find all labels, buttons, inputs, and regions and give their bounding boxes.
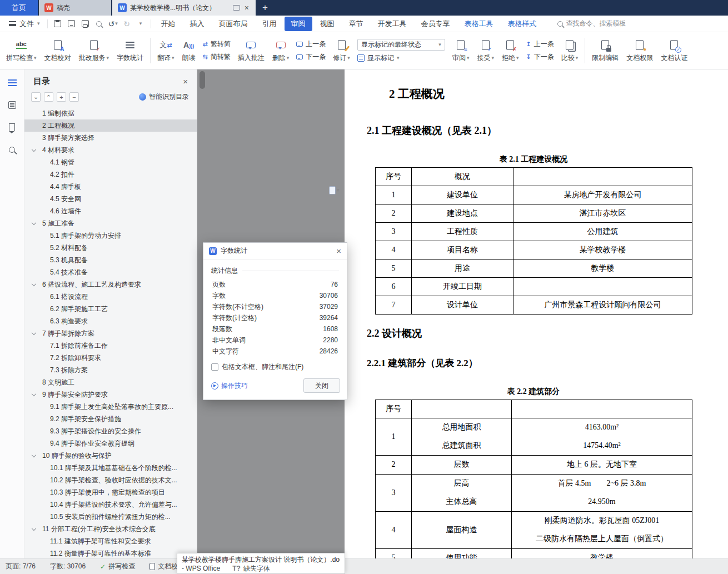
toc-item[interactable]: 9.4 脚手架作业安全教育提纲	[24, 437, 197, 450]
delete-comment-button[interactable]: 删除▾	[268, 37, 293, 65]
toc-item[interactable]: 10.1 脚手架及其地基基础在各个阶段的检...	[24, 462, 197, 474]
missing-font-indicator[interactable]: T?缺失字体	[232, 564, 270, 573]
tab-page-layout[interactable]: 页面布局	[212, 17, 255, 31]
chapter-icon[interactable]	[7, 99, 18, 111]
file-menu-button[interactable]: 文件 ▾	[4, 19, 44, 29]
output-pdf-icon[interactable]	[64, 18, 78, 30]
new-tab-button[interactable]: +	[256, 0, 275, 16]
word-count-indicator[interactable]: 字数: 30706	[50, 562, 86, 571]
grading-service-button[interactable]: ✓ 批改服务▾	[75, 37, 113, 65]
page-indicator[interactable]: 页面: 7/76	[6, 562, 36, 571]
chevron-down-icon[interactable]	[32, 453, 36, 457]
toc-item[interactable]: 10.2 脚手架检查、验收时应依据的技术文...	[24, 474, 197, 486]
page-setup-icon[interactable]: ▾	[329, 186, 340, 194]
markup-state-dropdown[interactable]: 显示标记的最终状态 ▾	[357, 39, 445, 51]
bookmark-icon[interactable]	[7, 122, 18, 133]
toc-item[interactable]: 7.3 拆除方案	[24, 364, 197, 376]
spell-check-button[interactable]: abc 拼写检查▾	[2, 37, 41, 65]
toc-item[interactable]: 10.3 脚手架使用中，需定期检查的项目	[24, 486, 197, 498]
spell-check-status[interactable]: ✓拼写检查	[100, 562, 135, 571]
tab-insert[interactable]: 插入	[183, 17, 211, 31]
expand-all-button[interactable]: ⌄	[31, 92, 41, 102]
chevron-down-icon[interactable]	[32, 526, 36, 531]
word-count-button[interactable]: 字数统计	[113, 37, 147, 65]
toc-item[interactable]: 1 编制依据	[24, 107, 197, 119]
tips-link[interactable]: ▶ 操作技巧	[211, 381, 248, 391]
redo-icon[interactable]: ↻	[120, 18, 134, 30]
scrollbar-thumb[interactable]	[200, 71, 205, 89]
toc-item[interactable]: 6 搭设流程、施工工艺及构造要求	[24, 278, 197, 291]
review-button[interactable]: ≡ 审阅▾	[448, 37, 473, 65]
toc-item[interactable]: 11.1 建筑脚手架可靠性和安全要求	[24, 535, 197, 547]
toc-item[interactable]: 7.2 拆除卸料要求	[24, 352, 197, 364]
toc-item[interactable]: 4.6 连墙件	[24, 205, 197, 217]
collapse-all-button[interactable]: ⌄	[44, 92, 53, 102]
chevron-down-icon[interactable]	[32, 331, 36, 335]
doc-permission-button[interactable]: ● 文档权限	[622, 37, 657, 65]
zoom-in-button[interactable]: +	[57, 92, 66, 102]
chevron-down-icon[interactable]	[32, 221, 36, 225]
toc-item[interactable]: 10.4 脚手架搭设的技术要求、允许偏差与...	[24, 498, 197, 511]
toc-item[interactable]: 6.2 脚手架施工工艺	[24, 303, 197, 315]
toc-item[interactable]: 5.3 机具配备	[24, 254, 197, 266]
toc-item[interactable]: 11 分部工程(分工种)安全技术综合交底	[24, 523, 197, 535]
toc-item-selected[interactable]: 2 工程概况	[24, 119, 197, 132]
toc-item[interactable]: 4.1 钢管	[24, 156, 197, 168]
toc-item[interactable]: 9 脚手架安全防护要求	[24, 388, 197, 401]
smart-recognize-button[interactable]: 智能识别目录	[139, 92, 189, 102]
show-markup-button[interactable]: 显示标记▾	[357, 53, 445, 63]
close-button[interactable]: 关闭	[303, 378, 340, 393]
toc-item[interactable]: 4.5 安全网	[24, 193, 197, 205]
print-preview-icon[interactable]	[92, 18, 106, 30]
toc-item[interactable]: 5.2 材料配备	[24, 242, 197, 254]
toc-item[interactable]: 7.1 拆除前准备工作	[24, 340, 197, 352]
prev-change-button[interactable]: ↥上一条	[526, 39, 554, 49]
toc-close-icon[interactable]: ×	[183, 77, 188, 86]
read-aloud-button[interactable]: A))) 朗读	[178, 37, 200, 65]
document-page[interactable]: 2 工程概况 2.1 工程建设概况（见表 2.1） 表 2.1 工程建设概况 序…	[345, 69, 728, 558]
toc-item[interactable]: 3 脚手架方案选择	[24, 132, 197, 144]
tab-close-icon[interactable]: ×	[243, 3, 250, 12]
track-changes-button[interactable]: 修订▾	[329, 37, 354, 65]
zoom-out-button[interactable]: −	[69, 92, 79, 102]
toc-item[interactable]: 4.2 扣件	[24, 168, 197, 181]
doc-proof-button[interactable]: A 文档校对	[41, 37, 75, 65]
tab-view[interactable]: 视图	[313, 17, 341, 31]
accept-button[interactable]: ✓ 接受▾	[473, 37, 498, 65]
doc-certify-button[interactable]: ✓ 文档认证	[657, 37, 691, 65]
tab-table-style[interactable]: 表格样式	[501, 17, 543, 31]
toc-item[interactable]: 4.4 脚手板	[24, 181, 197, 193]
save-icon[interactable]	[51, 18, 64, 30]
toc-item[interactable]: 9.2 脚手架安全保护措施	[24, 413, 197, 425]
toc-item[interactable]: 7 脚手架拆除方案	[24, 327, 197, 340]
tab-references[interactable]: 引用	[256, 17, 283, 31]
compare-button[interactable]: 比较▾	[557, 37, 582, 65]
toc-item[interactable]: 5.4 技术准备	[24, 266, 197, 278]
toc-item[interactable]: 4 材料要求	[24, 144, 197, 156]
simp-to-trad-button[interactable]: ⇆简转繁	[203, 52, 231, 62]
trad-to-simp-button[interactable]: ⇄繁转简	[203, 39, 231, 49]
toc-item[interactable]: 11.2 衡量脚手架可靠性的基本标准	[24, 547, 197, 558]
toc-item[interactable]: 10 脚手架的验收与保护	[24, 450, 197, 462]
undo-icon[interactable]: ↺▾	[106, 18, 120, 30]
toc-item[interactable]: 9.3 脚手架搭设作业的安全操作	[24, 425, 197, 437]
toc-item[interactable]: 10.5 安装后的扣件螺栓拧紧扭力矩的检...	[24, 511, 197, 523]
chevron-down-icon[interactable]	[32, 282, 36, 286]
tab-section[interactable]: 章节	[342, 17, 370, 31]
restrict-edit-button[interactable]: 限制编辑	[588, 37, 622, 65]
workspace-tab[interactable]: W 稿壳	[39, 0, 111, 16]
nav-pane-icon[interactable]	[7, 77, 18, 88]
chevron-down-icon[interactable]	[32, 392, 36, 396]
next-change-button[interactable]: ↧下一条	[526, 52, 554, 62]
chevron-down-icon[interactable]	[32, 147, 36, 152]
toc-item[interactable]: 5.1 脚手架的劳动力安排	[24, 229, 197, 242]
next-comment-button[interactable]: 下一条	[296, 52, 326, 62]
search-icon[interactable]	[7, 144, 18, 155]
print-icon[interactable]	[78, 18, 92, 30]
tab-table-tools[interactable]: 表格工具	[458, 17, 500, 31]
command-search[interactable]: 查找命令、搜索模板	[557, 19, 626, 28]
toc-item[interactable]: 5 施工准备	[24, 217, 197, 229]
tab-home[interactable]: 开始	[154, 17, 182, 31]
toc-item[interactable]: 6.1 搭设流程	[24, 291, 197, 303]
include-textbox-checkbox[interactable]: 包括文本框、脚注和尾注(F)	[211, 362, 339, 372]
